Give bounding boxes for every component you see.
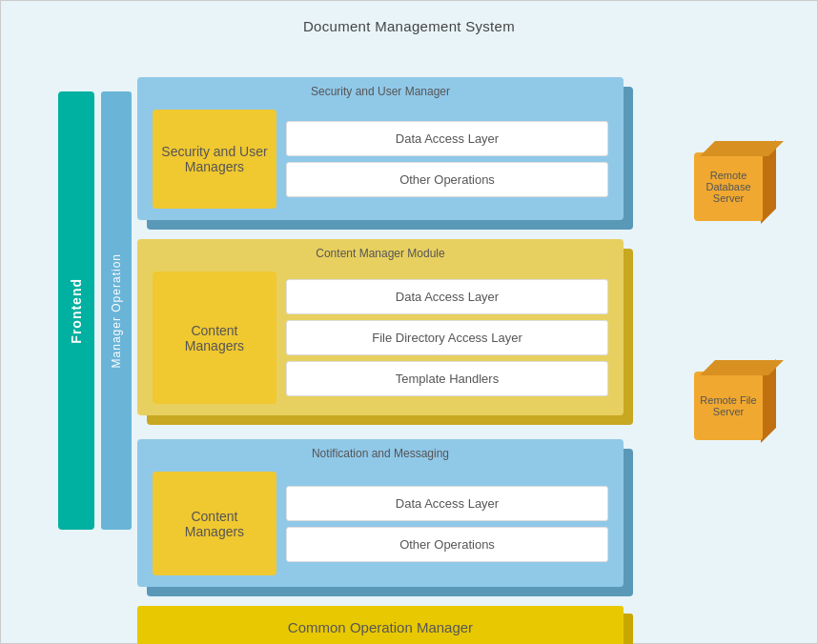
remote-db-label: Remote Database Server xyxy=(700,170,757,204)
common-op-label: Common Operation Manager xyxy=(288,619,473,635)
diagram-area: Frontend Manager Operation Security and … xyxy=(58,44,783,625)
content-managers-box: Content Managers xyxy=(153,272,276,404)
notification-op-1: Data Access Layer xyxy=(286,486,608,521)
remote-file-label: Remote File Server xyxy=(700,394,757,417)
security-ops: Data Access Layer Other Operations xyxy=(286,110,608,209)
notification-managers-label: Content Managers xyxy=(160,509,269,539)
notification-ops: Data Access Layer Other Operations xyxy=(286,472,608,575)
notification-op-2: Other Operations xyxy=(286,527,608,562)
main-container: Document Management System Frontend Mana… xyxy=(0,0,818,644)
content-op-2: File Directory Access Layer xyxy=(286,320,608,355)
content-module: Content Manager Module Content Managers … xyxy=(137,239,624,415)
frontend-label: Frontend xyxy=(69,278,84,344)
common-op-box: Common Operation Manager xyxy=(137,606,624,644)
content-ops: Data Access Layer File Directory Access … xyxy=(286,272,608,404)
manager-operation-label: Manager Operation xyxy=(110,253,123,368)
remote-db-server: Remote Database Server xyxy=(694,139,778,223)
content-managers-label: Content Managers xyxy=(160,323,269,353)
remote-db-front: Remote Database Server xyxy=(694,152,763,221)
remote-file-front: Remote File Server xyxy=(694,372,763,440)
notification-module-title: Notification and Messaging xyxy=(145,447,616,460)
content-module-title: Content Manager Module xyxy=(145,247,616,260)
notification-module: Notification and Messaging Content Manag… xyxy=(137,439,624,587)
security-managers-box: Security and User Managers xyxy=(153,110,276,209)
page-title: Document Management System xyxy=(1,1,817,34)
remote-file-server: Remote File Server xyxy=(694,358,778,442)
notification-managers-box: Content Managers xyxy=(153,472,276,575)
content-op-1: Data Access Layer xyxy=(286,279,608,314)
security-op-1: Data Access Layer xyxy=(286,121,608,156)
security-module-title: Security and User Manager xyxy=(145,85,616,98)
manager-operation-bar: Manager Operation xyxy=(101,91,132,530)
security-module: Security and User Manager Security and U… xyxy=(137,77,624,220)
security-managers-label: Security and User Managers xyxy=(160,144,269,174)
security-op-2: Other Operations xyxy=(286,162,608,197)
frontend-bar: Frontend xyxy=(58,91,94,530)
content-op-3: Template Handlers xyxy=(286,361,608,396)
